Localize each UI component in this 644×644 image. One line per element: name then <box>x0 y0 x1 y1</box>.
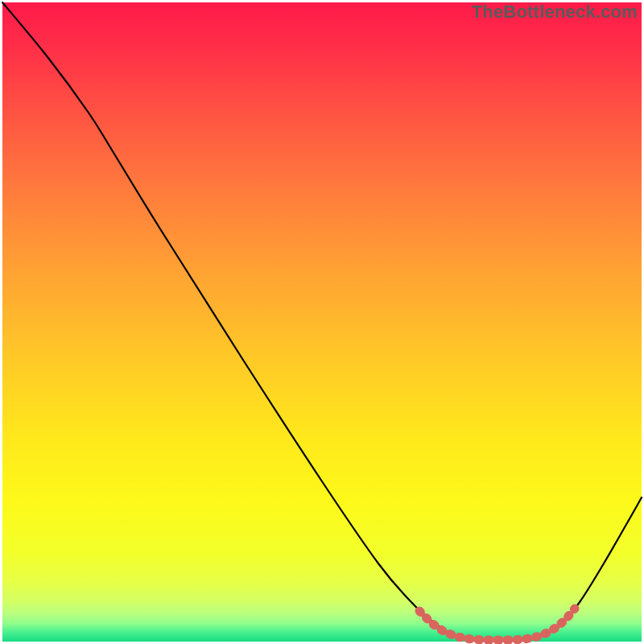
chart-svg <box>0 0 644 644</box>
watermark-label: TheBottleneck.com <box>472 2 638 23</box>
chart-stage: TheBottleneck.com <box>0 0 644 644</box>
plot-background <box>2 2 642 642</box>
